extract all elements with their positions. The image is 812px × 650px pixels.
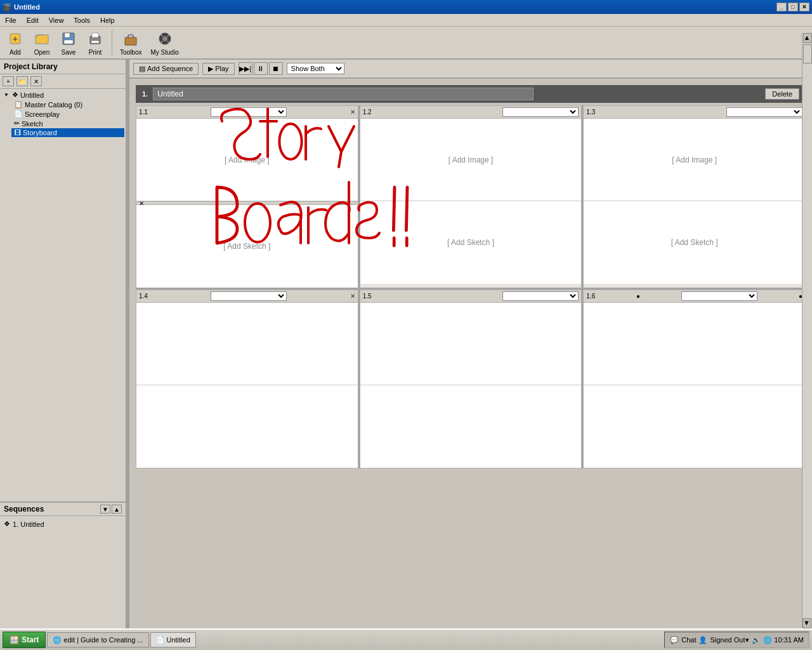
save-icon [60, 30, 77, 48]
close-button[interactable]: ✕ [799, 3, 809, 11]
cell-image-placeholder-1-2: [ Add Image ] [449, 156, 494, 164]
cell-select-1-2[interactable] [502, 107, 579, 117]
cell-image-1-3[interactable]: [ Add Image ] [584, 119, 805, 201]
cell-sketch-1-2[interactable]: [ Add Sketch ] [360, 201, 582, 284]
mystudio-label: My Studio [150, 49, 178, 56]
storyboard-grid: 1.1 ✕ [ Add Image ] ✕ [ Add Sketch ] [136, 105, 806, 468]
start-button[interactable]: 🪟 Start [3, 632, 46, 648]
cell-close-1-4[interactable]: ✕ [350, 293, 355, 300]
menu-help[interactable]: Help [98, 16, 117, 25]
pause-button[interactable]: ⏸ [254, 62, 268, 75]
tree-item-screenplay[interactable]: 📄 Screenplay [11, 109, 124, 119]
tree-item-storyboard[interactable]: 🎞 Storyboard [11, 128, 124, 137]
maximize-button[interactable]: □ [788, 3, 798, 11]
cell-image-1-2[interactable]: [ Add Image ] [360, 119, 582, 201]
sequence-item-icon: ❖ [4, 520, 10, 528]
sequences-list: ❖ 1. Untitled [0, 516, 126, 532]
cell-select-1-1[interactable] [211, 107, 287, 117]
tree-label-root: Untitled [20, 91, 44, 99]
cell-image-1-5[interactable] [360, 303, 582, 385]
sequence-row-1: 1. Delete 1.1 ✕ [ Add Image [136, 85, 806, 468]
sequences-header: Sequences ▼ ▲ [0, 503, 126, 516]
tree-item-root[interactable]: ▼ ❖ Untitled [1, 90, 124, 100]
cell-header-1-2: 1.2 [360, 106, 582, 119]
window-title: Untitled [14, 3, 40, 11]
cell-image-1-4[interactable] [136, 303, 358, 385]
cell-sketch-1-4[interactable] [136, 385, 358, 468]
svg-rect-8 [91, 41, 99, 43]
vertical-scrollbar[interactable]: ▲ ▼ [802, 33, 812, 628]
storyboard-cell-1-4: 1.4 ✕ [136, 289, 358, 468]
scrollbar-thumb[interactable] [803, 44, 812, 63]
delete-sequence-button[interactable]: Delete [765, 88, 799, 100]
taskbar-guide-label: edit | Guide to Creating ... [63, 636, 143, 644]
print-button[interactable]: Print [84, 29, 107, 57]
cell-dot-1-6: ● [636, 293, 640, 300]
library-close-button[interactable]: ✕ [30, 76, 42, 86]
taskbar-button-untitled[interactable]: 📄 Untitled [150, 632, 196, 647]
storyboard-cell-1-3: 1.3 [ Add Image ] [ Add Sketch ] [583, 105, 806, 288]
cell-select-1-5[interactable] [502, 291, 579, 301]
storyboard-cell-1-1: 1.1 ✕ [ Add Image ] ✕ [ Add Sketch ] [136, 105, 358, 288]
svg-rect-5 [64, 40, 73, 44]
taskbar-button-guide[interactable]: 🌐 edit | Guide to Creating ... [47, 632, 148, 647]
sequence-name-input[interactable] [153, 88, 534, 100]
cell-select-1-6[interactable] [681, 291, 757, 301]
cell-image-1-6[interactable] [584, 303, 805, 385]
cell-sketch-1-3[interactable]: [ Add Sketch ] [584, 201, 805, 284]
cell-header-1-5: 1.5 [360, 290, 582, 303]
save-label: Save [62, 49, 76, 56]
scrollbar-down[interactable]: ▼ [802, 618, 811, 628]
mystudio-button[interactable]: My Studio [148, 29, 181, 57]
stop-button[interactable]: ⏹ [269, 62, 283, 75]
cell-image-1-1[interactable]: [ Add Image ] [136, 119, 358, 201]
tree-icon-root: ❖ [12, 91, 18, 99]
cell-select-1-3[interactable] [726, 107, 802, 117]
sequences-toolbar: ▼ ▲ [100, 505, 122, 514]
tree-item-master-catalog[interactable]: 📋 Master Catalog (0) [11, 100, 124, 109]
add-button[interactable]: + Add [4, 29, 27, 57]
menu-edit[interactable]: Edit [24, 16, 41, 25]
menu-file[interactable]: File [3, 16, 19, 25]
cell-sketch-1-5[interactable] [360, 385, 582, 468]
svg-point-12 [162, 36, 167, 41]
menu-view[interactable]: View [46, 16, 67, 25]
storyboard-cell-1-2: 1.2 [ Add Image ] [ Add Sketch ] [360, 105, 582, 288]
cell-number-1-3: 1.3 [586, 109, 595, 116]
tray-icon-2: 👤 [698, 636, 707, 644]
screenplay-icon: 📄 [14, 110, 23, 118]
sequences-down-button[interactable]: ▼ [100, 505, 110, 514]
play-forward-button[interactable]: ▶▶| [239, 62, 252, 75]
library-folder-button[interactable]: 📁 [16, 76, 28, 86]
cell-header-1-1: 1.1 ✕ [136, 106, 358, 119]
storyboard-content[interactable]: 1. Delete 1.1 ✕ [ Add Image [129, 79, 812, 628]
scrollbar-up[interactable]: ▲ [803, 33, 812, 43]
minimize-button[interactable]: _ [776, 3, 787, 11]
left-panel: Project Library + 📁 ✕ ▼ ❖ Untitled 📋 Mas… [0, 60, 127, 628]
cell-sketch-placeholder-1-2: [ Add Sketch ] [447, 238, 494, 247]
signed-out-label[interactable]: Signed Out▾ [710, 636, 749, 644]
tree-item-sketch[interactable]: ✏ Sketch [11, 119, 124, 128]
toolbox-label: Toolbox [120, 49, 141, 56]
cell-number-1-6: 1.6 [586, 293, 595, 300]
sequence-item-1[interactable]: ❖ 1. Untitled [3, 519, 123, 529]
svg-rect-7 [92, 33, 98, 37]
menu-bar: File Edit View Tools Help [0, 14, 812, 27]
menu-tools[interactable]: Tools [71, 16, 93, 25]
title-bar: 🎬 Untitled _ □ ✕ [0, 0, 812, 14]
view-select[interactable]: Show Both Show Image Show Sketch [287, 63, 344, 74]
cell-sketch-1-1[interactable]: [ Add Sketch ] [136, 205, 358, 288]
cell-select-1-4[interactable] [211, 291, 287, 301]
cell-close-1-1[interactable]: ✕ [350, 109, 355, 116]
svg-text:+: + [13, 34, 18, 44]
add-sequence-button[interactable]: ▤ Add Sequence [133, 63, 199, 75]
play-button[interactable]: ▶ Play [202, 63, 234, 75]
library-add-button[interactable]: + [3, 76, 14, 86]
toolbox-button[interactable]: Toolbox [117, 29, 144, 57]
sequence-number: 1. [142, 90, 148, 98]
sequences-up-button[interactable]: ▲ [112, 505, 122, 514]
cell-sketch-1-6[interactable] [584, 385, 805, 468]
sequence-item-label: 1. Untitled [13, 521, 44, 528]
open-button[interactable]: Open [30, 29, 53, 57]
save-button[interactable]: Save [57, 29, 80, 57]
